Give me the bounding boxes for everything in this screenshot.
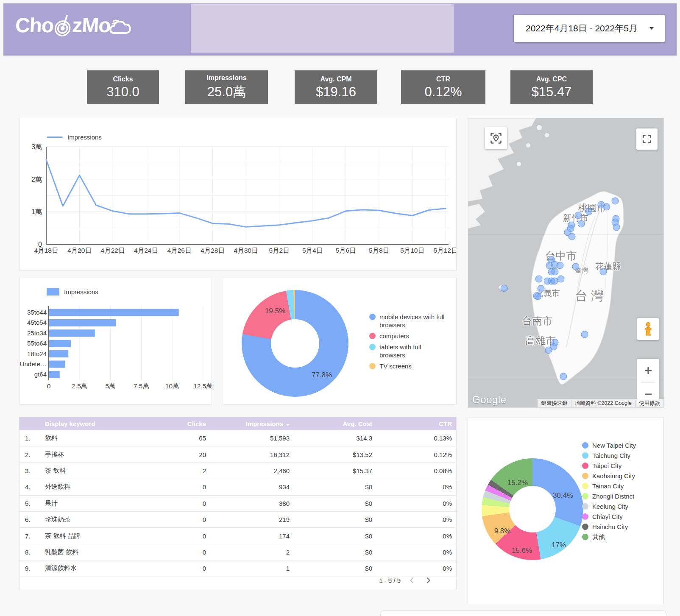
- legend-dot-icon: [582, 503, 588, 510]
- cell-avg-cost: $0: [290, 565, 372, 572]
- svg-text:2萬: 2萬: [31, 176, 42, 183]
- map-marker[interactable]: [552, 268, 559, 276]
- cell-impressions: 16,312: [206, 451, 290, 458]
- map-marker[interactable]: [551, 278, 558, 285]
- keyword-table-card: Display keyword Clicks Impressions Avg. …: [19, 417, 457, 589]
- donut-hole: [509, 486, 556, 532]
- map-marker[interactable]: [557, 262, 564, 269]
- legend-dot-icon: [582, 493, 588, 499]
- svg-text:5萬: 5萬: [106, 382, 116, 390]
- map-locate-button[interactable]: [485, 127, 507, 149]
- logo-text-left: Cho: [15, 14, 54, 37]
- donut-pct-label: 15.2%: [507, 479, 528, 487]
- google-logo: Google: [472, 394, 506, 406]
- cell-ctr: 0.13%: [372, 435, 452, 442]
- map-marker[interactable]: [612, 198, 619, 205]
- col-clicks[interactable]: Clicks: [176, 420, 206, 427]
- cell-keyword: 珍珠奶茶: [45, 516, 176, 524]
- col-display-keyword[interactable]: Display keyword: [45, 420, 176, 427]
- map-marker[interactable]: [575, 212, 582, 219]
- map-terms-link[interactable]: 使用條款: [635, 400, 663, 407]
- col-impressions-sort[interactable]: Impressions: [206, 420, 290, 427]
- legend-label: 其他: [592, 533, 605, 541]
- scorecard-label: CTR: [436, 75, 450, 83]
- map-fullscreen-button[interactable]: [636, 128, 658, 150]
- svg-text:55to64: 55to64: [27, 340, 47, 347]
- table-header-row: Display keyword Clicks Impressions Avg. …: [20, 417, 456, 430]
- scorecard-label: Avg. CPM: [320, 75, 351, 83]
- keyword-table-body: 1.飲料6551,593$14.30.13%2.手搖杯2016,312$13.5…: [20, 430, 456, 577]
- zoom-in-button[interactable]: [637, 359, 659, 382]
- cell-avg-cost: $15.37: [290, 467, 372, 474]
- legend-label: Taichung City: [592, 452, 630, 460]
- cell-index: 6.: [25, 516, 45, 523]
- svg-text:4月24日: 4月24日: [134, 247, 158, 254]
- plus-icon: [643, 365, 653, 376]
- legend-item: 其他: [582, 533, 658, 541]
- cell-clicks: 0: [176, 532, 206, 540]
- map-marker[interactable]: [600, 268, 607, 276]
- map-marker[interactable]: [585, 208, 593, 215]
- col-impressions-label: Impressions: [246, 420, 283, 427]
- svg-text:7.5萬: 7.5萬: [134, 382, 149, 390]
- map-marker[interactable]: [535, 293, 542, 300]
- scorecard-ctr: CTR 0.12%: [401, 70, 485, 104]
- legend-dot-icon: [582, 463, 588, 469]
- cell-avg-cost: $13.52: [290, 451, 372, 458]
- legend-label: Impressions: [64, 288, 98, 295]
- map-marker[interactable]: [581, 331, 588, 338]
- cell-impressions: 2: [206, 549, 290, 556]
- city-donut-chart: [482, 458, 583, 560]
- geo-map-card[interactable]: 桃園市新竹市台中市花蓮縣臺灣台灣嘉義市台南市高雄市: [468, 118, 664, 408]
- cell-keyword: 乳酸菌 飲料: [45, 548, 176, 556]
- map-marker[interactable]: [613, 224, 620, 231]
- cell-ctr: 0%: [372, 549, 452, 556]
- dashboard-page: Cho zMo 2022年4月18日 - 2022年5月 Clicks 310.…: [0, 0, 680, 616]
- cell-index: 8.: [25, 549, 45, 556]
- city-donut-card: New Taipei CityTaichung CityTaipei CityK…: [468, 418, 664, 604]
- map-marker[interactable]: [569, 233, 576, 240]
- map-marker[interactable]: [557, 276, 565, 283]
- cell-impressions: 1: [206, 565, 290, 572]
- map-marker[interactable]: [560, 373, 567, 380]
- map-marker[interactable]: [572, 263, 580, 270]
- svg-text:5月12日: 5月12日: [434, 247, 456, 254]
- map-pegman-button[interactable]: [637, 318, 659, 340]
- next-page-button[interactable]: [424, 576, 433, 585]
- col-ctr[interactable]: CTR: [372, 420, 452, 427]
- device-donut-chart: [242, 290, 348, 397]
- legend-dot-icon: [369, 363, 376, 369]
- cell-keyword: 外送飲料: [45, 483, 176, 491]
- map-marker[interactable]: [501, 285, 508, 292]
- table-row: 4.外送飲料0934$00%: [20, 479, 456, 495]
- svg-text:45to54: 45to54: [27, 319, 47, 326]
- cell-index: 2.: [25, 451, 45, 458]
- cell-clicks: 2: [176, 467, 206, 474]
- col-avg-cost[interactable]: Avg. Cost: [290, 420, 372, 427]
- donut-pct-label: 17%: [552, 541, 566, 549]
- legend-dot-icon: [369, 333, 376, 339]
- map-shortcuts-link[interactable]: 鍵盤快速鍵: [538, 400, 571, 407]
- map-marker[interactable]: [535, 276, 543, 283]
- device-legend: mobile devices with full browserscompute…: [369, 313, 448, 370]
- prev-page-button[interactable]: [407, 576, 417, 585]
- map-marker[interactable]: [578, 220, 585, 228]
- cell-impressions: 51,593: [206, 435, 290, 442]
- legend-item: New Taipei City: [582, 441, 658, 449]
- legend-item: tablets with full browsers: [369, 343, 448, 359]
- svg-text:5月10日: 5月10日: [400, 247, 424, 254]
- map-city-label: 台南市: [522, 314, 552, 328]
- cell-avg-cost: $0: [290, 532, 372, 540]
- legend-item: Tainan City: [582, 482, 658, 490]
- scorecard-value: 0.12%: [425, 84, 462, 100]
- date-range-selector[interactable]: 2022年4月18日 - 2022年5月: [514, 15, 665, 42]
- cell-clicks: 0: [176, 483, 206, 491]
- cell-avg-cost: $14.3: [290, 435, 372, 442]
- svg-text:5月8日: 5月8日: [369, 247, 389, 254]
- svg-text:4月20日: 4月20日: [67, 247, 92, 254]
- map-marker[interactable]: [545, 347, 552, 354]
- map-marker[interactable]: [538, 285, 545, 293]
- map-marker[interactable]: [598, 201, 605, 209]
- legend-dot-icon: [582, 534, 588, 540]
- legend-item: Taichung City: [582, 452, 658, 460]
